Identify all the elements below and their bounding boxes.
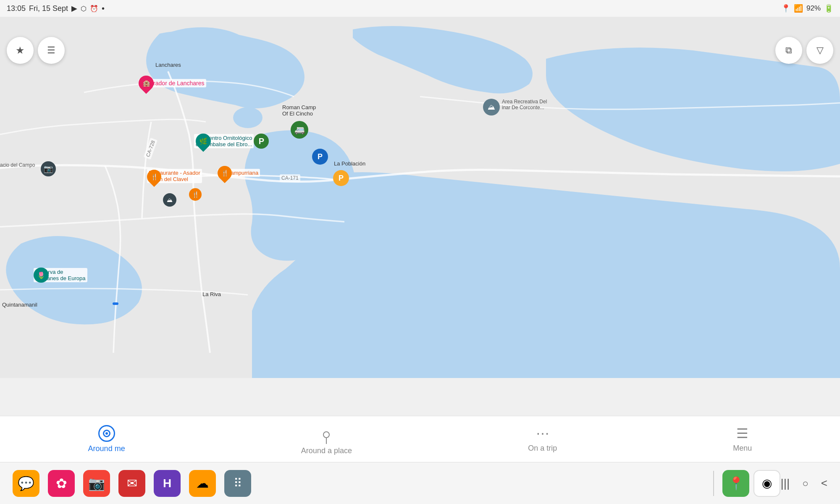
date: Fri, 15 Sept (29, 4, 68, 13)
nav-on-trip[interactable]: ⋯ On a trip (520, 422, 565, 456)
location-indicator (113, 302, 118, 305)
taskbar-chrome[interactable]: ◉ (753, 470, 780, 497)
layers-button[interactable]: ⧉ (775, 37, 802, 64)
taskbar-weather[interactable]: ☁ (189, 470, 216, 497)
around-place-label: Around a place (301, 446, 352, 455)
alarm-icon: ⏰ (90, 5, 98, 13)
el-mirador-container: 🏨 El Mirador de Lanchares (139, 79, 206, 87)
map-container[interactable]: ★ ☰ ⧉ ▽ Lanchares Roman Camp Of El Cinch… (0, 17, 840, 378)
svg-point-2 (233, 107, 262, 128)
layers-icon: ⧉ (785, 45, 792, 56)
back-button[interactable]: < (821, 477, 827, 490)
taskbar-messages[interactable]: 💬 (13, 470, 39, 497)
taskbar-grid[interactable]: ⠿ (224, 470, 251, 497)
around-place-icon (319, 423, 334, 444)
dot-icon: • (102, 4, 105, 13)
bottom-nav: Around me Around a place ⋯ On a trip ☰ M… (0, 416, 840, 462)
camera-pin[interactable]: 📷 (41, 161, 56, 176)
on-trip-label: On a trip (528, 444, 557, 453)
filter-button[interactable]: ▽ (806, 37, 833, 64)
area-recreativa-container: ⛰ Area Recreativa Del inar De Corconte..… (491, 99, 547, 110)
reserva-pin[interactable]: 🌷 (34, 268, 49, 283)
star-icon: ★ (16, 45, 25, 56)
taskbar-camera[interactable]: 📷 (83, 470, 110, 497)
taskbar: 💬 ✿ 📷 ✉ H ☁ ⠿ 📍 ◉ ||| ○ (0, 462, 840, 504)
list-icon: ☰ (47, 45, 55, 56)
mountain-icon[interactable]: ⛰ (163, 193, 176, 207)
centro-ornitologico-container: Centro Ornitológico del Embalse del Ebro… (194, 134, 269, 149)
status-bar: 13:05 Fri, 15 Sept ▶ ⬡ ⏰ • 📍 📶 92% 🔋 (0, 0, 840, 17)
favorites-button[interactable]: ★ (7, 37, 34, 64)
taskbar-helo[interactable]: H (154, 470, 181, 497)
map-controls-left: ★ ☰ (7, 37, 65, 64)
parking-sign-blue[interactable]: P (312, 149, 328, 165)
battery-text: 92% (806, 4, 821, 13)
reserva-container: 🌷 Reserva de Tulipanes de Europa (34, 268, 87, 282)
nav-around-place[interactable]: Around a place (293, 420, 360, 459)
taskbar-divider (713, 471, 714, 496)
area-recreativa-label: Area Recreativa Del inar De Corconte... (502, 99, 547, 110)
taskbar-flower[interactable]: ✿ (48, 470, 75, 497)
parking-sign-yellow[interactable]: P (333, 170, 349, 186)
status-left: 13:05 Fri, 15 Sept ▶ ⬡ ⏰ • (7, 4, 105, 13)
taskbar-maps[interactable]: 📍 (722, 470, 749, 497)
wifi-icon: 📶 (794, 4, 803, 13)
taskbar-sys: ||| ○ < (780, 477, 827, 490)
recent-apps-button[interactable]: ||| (780, 477, 790, 490)
taskbar-apps: 💬 ✿ 📷 ✉ H ☁ ⠿ (13, 470, 709, 497)
nav-menu[interactable]: ☰ Menu (724, 422, 760, 456)
location-icon: 📍 (781, 4, 790, 13)
filter-icon: ▽ (816, 45, 824, 56)
rv-pin[interactable]: 🚐 (291, 121, 308, 139)
home-button[interactable]: ○ (802, 478, 808, 489)
status-right: 📍 📶 92% 🔋 (781, 4, 833, 13)
time: 13:05 (7, 4, 26, 13)
battery-icon: 🔋 (824, 4, 833, 13)
food-pin-2[interactable]: 🍴 (189, 188, 202, 201)
around-me-icon (98, 425, 115, 442)
menu-icon: ☰ (736, 425, 748, 441)
restaurante-container: Restaurante - Asador Salon del Clavel 🍴 (147, 169, 202, 183)
nav-around-me[interactable]: Around me (80, 422, 134, 457)
taskbar-gmail[interactable]: ✉ (118, 470, 145, 497)
youtube-icon: ▶ (71, 4, 77, 13)
la-campurriana-container: La Campurriana 🍴 (218, 169, 260, 177)
area-recreativa-icon: ⛰ (488, 103, 495, 112)
menu-label: Menu (733, 444, 752, 453)
list-button[interactable]: ☰ (38, 37, 65, 64)
map-svg (0, 17, 840, 378)
around-me-label: Around me (88, 444, 125, 453)
on-trip-icon: ⋯ (536, 425, 549, 441)
cast-icon: ⬡ (81, 5, 87, 13)
parking-pin-teal[interactable]: P (254, 134, 269, 149)
map-controls-right: ⧉ ▽ (775, 37, 833, 64)
